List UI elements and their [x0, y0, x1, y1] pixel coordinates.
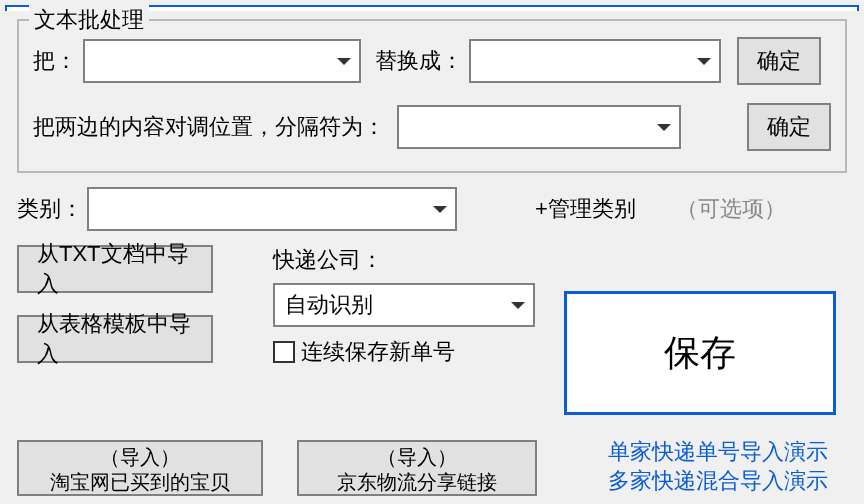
text-batch-fieldset: 文本批处理 把： 替换成： 确定 把两边的内容对调位置，分隔符为： 确定: [17, 19, 847, 173]
replace-from-label: 把：: [33, 46, 77, 76]
save-button[interactable]: 保存: [564, 291, 836, 415]
chevron-down-icon: [697, 58, 711, 65]
category-label: 类别：: [17, 194, 83, 224]
checkbox-icon: [273, 341, 295, 363]
swap-delimiter-dropdown[interactable]: [397, 105, 681, 149]
swap-confirm-button[interactable]: 确定: [747, 103, 831, 151]
category-dropdown[interactable]: [87, 187, 457, 231]
category-row: 类别： +管理类别 （可选项）: [17, 187, 847, 231]
import-from-txt-button[interactable]: 从TXT文档中导入: [17, 245, 213, 293]
replace-to-label: 替换成：: [375, 46, 463, 76]
express-company-label: 快递公司：: [273, 245, 535, 275]
bottom-row: （导入） 淘宝网已买到的宝贝 （导入） 京东物流分享链接 单家快递单号导入演示 …: [17, 437, 852, 496]
chevron-down-icon: [433, 206, 447, 213]
keep-saving-checkbox[interactable]: 连续保存新单号: [273, 337, 535, 367]
manage-category-link[interactable]: +管理类别: [535, 194, 636, 224]
express-company-dropdown[interactable]: 自动识别: [273, 283, 535, 327]
import-jd-button[interactable]: （导入） 京东物流分享链接: [297, 440, 537, 496]
keep-saving-label: 连续保存新单号: [301, 337, 455, 367]
single-express-demo-link[interactable]: 单家快递单号导入演示: [584, 437, 852, 467]
replace-row: 把： 替换成： 确定: [33, 37, 831, 85]
chevron-down-icon: [337, 58, 351, 65]
replace-to-dropdown[interactable]: [469, 39, 721, 83]
swap-row: 把两边的内容对调位置，分隔符为： 确定: [33, 103, 831, 151]
import-tag: （导入）: [315, 445, 519, 470]
fieldset-legend: 文本批处理: [29, 5, 149, 35]
replace-from-dropdown[interactable]: [83, 39, 361, 83]
import-jd-label: 京东物流分享链接: [315, 470, 519, 495]
demo-links: 单家快递单号导入演示 多家快递混合导入演示: [584, 437, 852, 496]
optional-hint: （可选项）: [676, 194, 786, 224]
chevron-down-icon: [511, 302, 525, 309]
express-company-value: 自动识别: [285, 290, 373, 320]
import-taobao-label: 淘宝网已买到的宝贝: [35, 470, 245, 495]
import-from-table-button[interactable]: 从表格模板中导入: [17, 315, 213, 363]
import-taobao-button[interactable]: （导入） 淘宝网已买到的宝贝: [17, 440, 263, 496]
chevron-down-icon: [657, 124, 671, 131]
replace-confirm-button[interactable]: 确定: [737, 37, 821, 85]
swap-label: 把两边的内容对调位置，分隔符为：: [33, 112, 385, 142]
import-tag: （导入）: [35, 445, 245, 470]
multi-express-demo-link[interactable]: 多家快递混合导入演示: [584, 466, 852, 496]
